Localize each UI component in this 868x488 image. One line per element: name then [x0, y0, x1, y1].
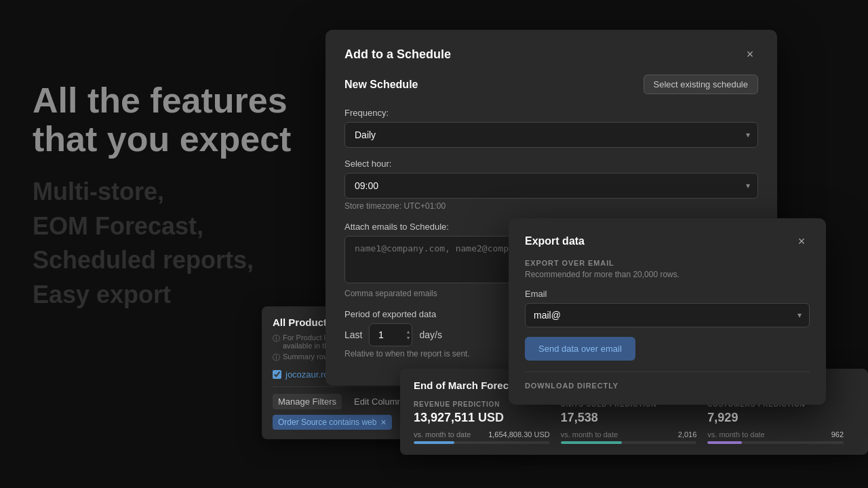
download-directly-label: DOWNLOAD DIRECTLY: [525, 382, 810, 390]
schedule-sub-header: New Schedule Select existing schedule: [344, 75, 758, 94]
all-products-title: All Products: [273, 317, 332, 328]
units-sub-label: vs. month to date: [561, 430, 618, 439]
hour-select[interactable]: 09:00: [344, 173, 758, 199]
revenue-sub-value: 1,654,808.30 USD: [488, 430, 550, 439]
export-modal-title: Export data: [525, 235, 585, 247]
send-data-over-email-button[interactable]: Send data over email: [525, 337, 635, 361]
period-spin-down-icon[interactable]: ▾: [407, 336, 410, 341]
period-spinners: ▴ ▾: [407, 329, 410, 341]
hour-field-group: Select hour: 09:00 ▾ Store timezone: UTC…: [344, 159, 758, 211]
customers-sub-label: vs. month to date: [707, 430, 764, 439]
period-spin-up-icon[interactable]: ▴: [407, 329, 410, 335]
hour-select-wrapper: 09:00 ▾: [344, 173, 758, 199]
customers-progress-fill: [707, 441, 741, 444]
info-icon-2: ⓘ: [273, 352, 280, 363]
filter-tag-remove-icon[interactable]: ×: [380, 417, 386, 428]
filter-tag: Order Source contains web ×: [273, 415, 392, 430]
units-sub-value: 2,016: [678, 430, 697, 439]
revenue-metric: REVENUE PREDICTION 13,927,511 USD vs. mo…: [414, 401, 561, 444]
export-email-field-label: Email: [525, 289, 810, 299]
export-email-wrapper: ▾: [525, 303, 810, 327]
hour-label: Select hour:: [344, 159, 758, 169]
period-input-wrapper: ▴ ▾: [369, 323, 412, 346]
customers-progress-bg: [707, 441, 844, 444]
select-existing-schedule-button[interactable]: Select existing schedule: [644, 75, 758, 94]
units-value: 17,538: [561, 411, 697, 425]
customers-value: 7,929: [707, 411, 844, 425]
info-icon-1: ⓘ: [273, 333, 280, 344]
new-schedule-label: New Schedule: [344, 79, 418, 91]
store-1-checkbox[interactable]: [273, 370, 281, 379]
export-email-section-label: EXPORT OVER EMAIL: [525, 259, 810, 267]
revenue-value: 13,927,511 USD: [414, 411, 550, 425]
customers-sub-value: 962: [831, 430, 844, 439]
frequency-field-group: Frequency: Daily ▾: [344, 108, 758, 148]
revenue-sub: vs. month to date 1,654,808.30 USD: [414, 430, 550, 439]
export-divider: [525, 371, 810, 372]
timezone-hint: Store timezone: UTC+01:00: [344, 201, 758, 211]
filter-tag-text: Order Source contains web: [278, 418, 376, 427]
frequency-select-wrapper: Daily ▾: [344, 122, 758, 148]
schedule-modal-title: Add to a Schedule: [344, 47, 451, 62]
period-suffix: day/s: [419, 329, 441, 340]
units-progress-bg: [561, 441, 697, 444]
export-email-chevron-icon: ▾: [797, 310, 802, 320]
store-checkbox-1[interactable]: jocozaur.ro: [273, 369, 329, 380]
export-modal-header: Export data ×: [525, 233, 810, 249]
units-progress-fill: [561, 441, 622, 444]
export-modal: Export data × EXPORT OVER EMAIL Recommen…: [509, 218, 826, 405]
store-1-label: jocozaur.ro: [285, 369, 329, 380]
customers-metric: CUSTOMERS PREDICTION 7,929 vs. month to …: [707, 401, 854, 444]
export-modal-close-button[interactable]: ×: [793, 233, 810, 249]
period-input[interactable]: [369, 323, 412, 346]
revenue-progress-bg: [414, 441, 550, 444]
units-metric: UNITS SOLD PREDICTION 17,538 vs. month t…: [561, 401, 708, 444]
export-email-section-desc: Recommended for more than 20,000 rows.: [525, 270, 810, 279]
schedule-modal-header: Add to a Schedule ×: [344, 46, 758, 62]
revenue-progress-fill: [414, 441, 454, 444]
customers-sub: vs. month to date 962: [707, 430, 844, 439]
forecast-metrics: REVENUE PREDICTION 13,927,511 USD vs. mo…: [414, 401, 854, 444]
revenue-sub-label: vs. month to date: [414, 430, 471, 439]
manage-filters-button[interactable]: Manage Filters: [273, 394, 342, 409]
export-email-input[interactable]: [525, 303, 810, 327]
frequency-label: Frequency:: [344, 108, 758, 118]
schedule-modal-close-button[interactable]: ×: [742, 46, 758, 62]
units-sub: vs. month to date 2,016: [561, 430, 697, 439]
period-prefix: Last: [344, 329, 362, 340]
frequency-select[interactable]: Daily: [344, 122, 758, 148]
